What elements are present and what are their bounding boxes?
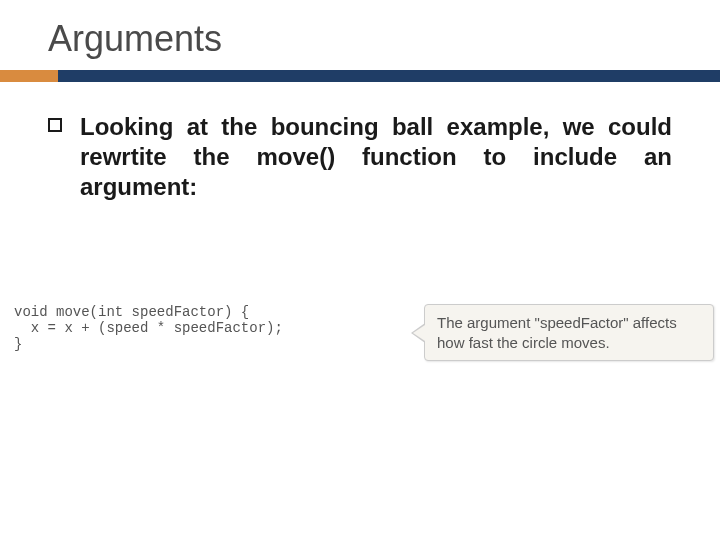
bullet-square-icon xyxy=(48,118,62,132)
callout-box: The argument "speedFactor" affects how f… xyxy=(424,304,714,361)
accent-bar-blue xyxy=(58,70,720,82)
content-area: Looking at the bouncing ball example, we… xyxy=(0,82,720,202)
code-line-3: } xyxy=(14,336,22,352)
callout-wrap: The argument "speedFactor" affects how f… xyxy=(411,304,714,361)
accent-bar-orange xyxy=(0,70,58,82)
code-line-2: x = x + (speed * speedFactor); xyxy=(14,320,283,336)
bullet-text: Looking at the bouncing ball example, we… xyxy=(80,112,672,202)
callout-pointer-icon xyxy=(411,323,425,343)
slide-title: Arguments xyxy=(0,0,720,70)
code-line-1: void move(int speedFactor) { xyxy=(14,304,249,320)
code-block: void move(int speedFactor) { x = x + (sp… xyxy=(6,300,411,356)
code-example: void move(int speedFactor) { x = x + (sp… xyxy=(6,300,714,361)
accent-bar xyxy=(0,70,720,82)
bullet-item: Looking at the bouncing ball example, we… xyxy=(48,112,672,202)
